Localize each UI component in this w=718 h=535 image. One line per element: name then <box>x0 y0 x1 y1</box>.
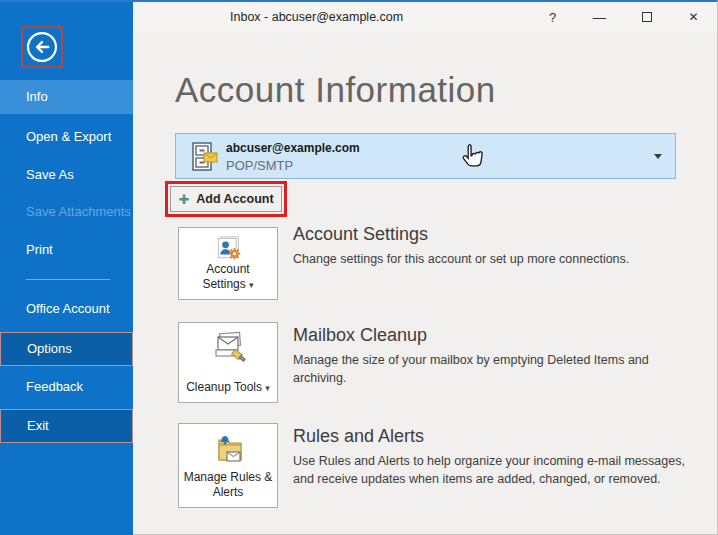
cleanup-tools-button[interactable]: Cleanup Tools ▾ <box>178 322 278 403</box>
add-account-button[interactable]: ✚ Add Account <box>170 186 282 212</box>
sidebar-item-save-as[interactable]: Save As <box>0 158 133 192</box>
account-settings-icon <box>211 236 245 262</box>
sidebar-item-open-export[interactable]: Open & Export <box>0 120 133 154</box>
dropdown-caret-icon: ▾ <box>249 280 254 290</box>
window-title: Inbox - abcuser@example.com <box>230 10 403 24</box>
rules-alerts-icon <box>210 432 246 468</box>
account-protocol: POP/SMTP <box>226 158 293 173</box>
section-heading-account-settings: Account Settings <box>293 224 428 245</box>
section-heading-mailbox-cleanup: Mailbox Cleanup <box>293 325 427 346</box>
account-settings-button[interactable]: Account Settings ▾ <box>178 227 278 300</box>
close-button[interactable]: ✕ <box>670 2 717 32</box>
section-heading-rules-alerts: Rules and Alerts <box>293 426 424 447</box>
cleanup-tools-icon <box>210 331 246 365</box>
back-button-highlight-annotation <box>21 26 63 68</box>
window-controls: ? — ✕ <box>529 2 717 32</box>
sidebar-item-print[interactable]: Print <box>0 233 133 267</box>
section-description-mailbox-cleanup: Manage the size of your mailbox by empty… <box>293 351 685 387</box>
sidebar-item-save-attachments: Save Attachments <box>0 195 133 229</box>
back-arrow-icon[interactable] <box>24 29 60 65</box>
account-email: abcuser@example.com <box>226 141 360 155</box>
sidebar-divider <box>26 279 110 280</box>
maximize-icon <box>642 12 652 22</box>
titlebar: Inbox - abcuser@example.com ? — ✕ <box>133 2 717 32</box>
maximize-button[interactable] <box>623 2 670 32</box>
add-account-label: Add Account <box>196 192 273 206</box>
plus-icon: ✚ <box>178 192 189 207</box>
backstage-sidebar: Info Open & Export Save As Save Attachme… <box>0 2 133 535</box>
page-title: Account Information <box>175 70 496 110</box>
help-button[interactable]: ? <box>529 2 576 32</box>
account-settings-button-label: Account Settings ▾ <box>183 262 273 293</box>
chevron-down-icon <box>654 154 662 159</box>
cleanup-tools-button-label: Cleanup Tools ▾ <box>186 380 270 396</box>
dropdown-caret-icon: ▾ <box>265 383 270 393</box>
account-selector-dropdown[interactable]: abcuser@example.com POP/SMTP <box>175 133 676 179</box>
sidebar-item-options[interactable]: Options <box>0 332 133 366</box>
section-description-rules-alerts: Use Rules and Alerts to help organize yo… <box>293 452 685 488</box>
manage-rules-button-label: Manage Rules & Alerts <box>183 470 273 501</box>
file-cabinet-icon <box>189 141 219 173</box>
add-account-highlight-annotation: ✚ Add Account <box>165 181 287 217</box>
sidebar-item-feedback[interactable]: Feedback <box>0 370 133 404</box>
section-description-account-settings: Change settings for this account or set … <box>293 250 685 268</box>
manage-rules-alerts-button[interactable]: Manage Rules & Alerts <box>178 423 278 508</box>
minimize-button[interactable]: — <box>576 2 623 32</box>
sidebar-item-info[interactable]: Info <box>0 80 133 114</box>
sidebar-item-exit[interactable]: Exit <box>0 409 133 443</box>
outlook-backstage-window: Inbox - abcuser@example.com ? — ✕ Info O… <box>0 0 718 535</box>
sidebar-item-office-account[interactable]: Office Account <box>0 292 133 326</box>
